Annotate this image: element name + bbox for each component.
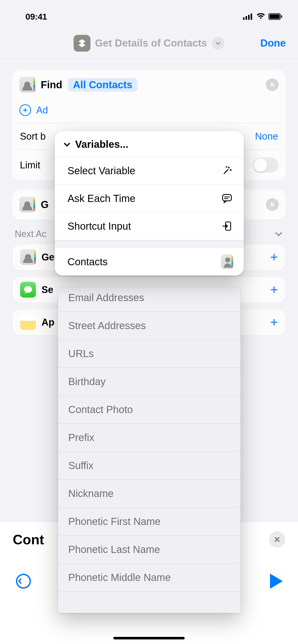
add-filter-label: Ad (36, 105, 48, 116)
property-item[interactable]: Contact Photo (58, 396, 240, 424)
contacts-icon (221, 256, 233, 268)
contacts-icon (20, 249, 36, 265)
contact-properties-list: Email Addresses Street Addresses URLs Bi… (58, 287, 240, 613)
get-details-label: G (41, 199, 49, 210)
add-suggestion-button[interactable]: + (270, 282, 278, 297)
wifi-icon (256, 13, 265, 20)
svg-rect-6 (281, 15, 282, 18)
battery-icon (268, 13, 283, 20)
property-item[interactable]: Phonetic First Name (58, 508, 240, 536)
nav-bar: Get Details of Contacts Done (0, 28, 298, 58)
suggestion-label: Se (42, 284, 53, 295)
svg-rect-2 (248, 15, 250, 20)
svg-rect-3 (251, 13, 252, 20)
all-contacts-token[interactable]: All Contacts (68, 78, 137, 92)
popover-title: Variables... (75, 139, 128, 150)
svg-rect-0 (243, 17, 245, 20)
add-filter-button[interactable]: Ad (12, 100, 286, 123)
select-variable-item[interactable]: Select Variable (55, 157, 244, 185)
property-item[interactable]: URLs (58, 340, 240, 368)
limit-toggle[interactable] (253, 157, 278, 173)
done-button[interactable]: Done (260, 37, 286, 49)
item-label: Ask Each Time (67, 193, 136, 204)
status-bar: 09:41 (0, 0, 298, 28)
magic-wand-icon (221, 165, 233, 177)
suggestion-label: Ap (42, 317, 55, 328)
svg-rect-1 (246, 16, 247, 20)
shortcut-title: Get Details of Contacts (95, 37, 207, 49)
chevron-down-icon (274, 229, 283, 239)
svg-rect-8 (223, 195, 232, 201)
add-suggestion-button[interactable]: + (270, 315, 278, 330)
property-item[interactable]: Phonetic Middle Name (58, 564, 240, 592)
delete-action-button[interactable] (266, 78, 279, 91)
limit-label: Limit (20, 160, 40, 171)
add-suggestion-button[interactable]: + (270, 250, 278, 265)
property-item[interactable]: Phonetic Last Name (58, 536, 240, 564)
chevron-down-icon[interactable] (212, 37, 224, 50)
svg-rect-5 (269, 14, 280, 19)
plus-circle-icon (19, 104, 31, 116)
variables-popover: Variables... Select Variable Ask Each Ti… (55, 131, 244, 275)
status-time: 09:41 (25, 12, 47, 22)
notes-icon (20, 314, 36, 330)
sort-by-label: Sort b (20, 131, 46, 142)
ask-each-time-item[interactable]: Ask Each Time (55, 185, 244, 212)
delete-action-button[interactable] (266, 198, 279, 211)
status-icons (243, 13, 283, 20)
input-icon (221, 220, 233, 232)
cellular-icon (243, 13, 253, 20)
close-sheet-button[interactable] (269, 531, 285, 548)
popover-header[interactable]: Variables... (55, 131, 244, 157)
property-item[interactable]: Suffix (58, 452, 240, 480)
contacts-icon (19, 77, 35, 93)
item-label: Contacts (67, 256, 108, 268)
messages-icon (20, 282, 36, 298)
contacts-variable-item[interactable]: Contacts (55, 248, 244, 275)
shortcuts-app-icon (74, 35, 90, 52)
shortcut-input-item[interactable]: Shortcut Input (55, 212, 244, 240)
contacts-icon (19, 197, 35, 212)
item-label: Shortcut Input (67, 221, 131, 232)
property-item[interactable]: Email Addresses (58, 287, 240, 312)
property-item[interactable]: Street Addresses (58, 312, 240, 340)
run-shortcut-button[interactable] (270, 574, 283, 589)
item-label: Select Variable (67, 165, 135, 177)
speech-bubble-icon (221, 192, 233, 204)
section-header-label: Next Ac (15, 229, 46, 239)
find-verb: Find (41, 79, 62, 91)
sort-by-value[interactable]: None (255, 131, 278, 142)
home-indicator (113, 637, 185, 639)
undo-button[interactable] (15, 573, 32, 589)
property-item[interactable]: Nickname (58, 480, 240, 508)
property-item[interactable]: Birthday (58, 368, 240, 396)
nav-title-group[interactable]: Get Details of Contacts (74, 35, 224, 52)
property-item[interactable]: Prefix (58, 424, 240, 452)
sheet-title: Cont (13, 532, 44, 547)
chevron-down-icon (63, 140, 71, 149)
